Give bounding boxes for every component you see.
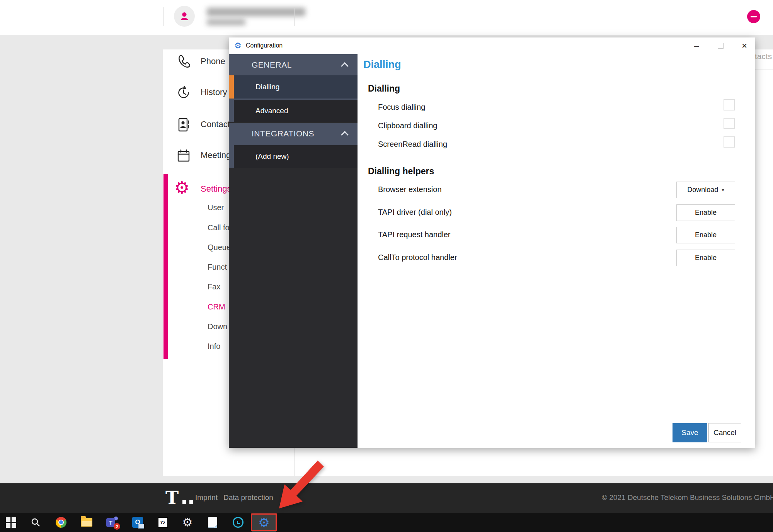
selected-indicator [229,75,234,99]
telekom-logo: T [165,488,179,507]
focus-dialling-checkbox[interactable] [724,99,735,110]
dialog-nav: GENERAL Dialling Advanced INTEGRATIONS [229,54,358,448]
minimize-button[interactable]: – [689,37,704,54]
divider [742,7,742,26]
start-button[interactable] [0,513,22,532]
taskbar-teams[interactable]: T 2 [102,513,123,532]
sidebar-item-meetings[interactable]: Meeting [201,150,231,160]
history-icon [176,85,191,100]
label-tapi-driver: TAPI driver (dial only) [378,208,452,217]
chevron-up-icon [341,131,349,139]
avatar[interactable] [174,6,195,27]
divider [294,7,295,26]
settings-subitem-call-forwarding[interactable]: Call fo [208,223,230,232]
label-clipboard-dialling: Clipboard dialling [378,121,437,130]
chevron-up-icon [341,62,349,70]
do-not-disturb-badge[interactable] [747,10,760,23]
teams-icon: T 2 [106,517,119,528]
nav-group-general: GENERAL Dialling Advanced [229,54,358,122]
teams-badge: 2 [114,523,120,530]
settings-subitem-info[interactable]: Info [208,342,220,351]
taskbar-outlook[interactable]: O [127,513,148,532]
settings-subitem-fax[interactable]: Fax [208,282,220,291]
phone-icon [176,54,191,70]
redacted-user-name [207,8,305,16]
top-bar [0,0,773,35]
label-callto-protocol-handler: CallTo protocol handler [378,253,457,262]
search-icon [30,517,41,528]
clipboard-dialling-checkbox[interactable] [724,118,735,129]
screen: tacts Phone History Contact Meeting [0,0,773,532]
save-button[interactable]: Save [673,423,707,442]
folder-icon [81,518,92,527]
taskbar-search[interactable] [25,513,46,532]
maximize-icon [718,43,724,49]
copyright-text: © 2021 Deutsche Telekom Business Solutio… [602,493,773,502]
sidebar-item-contacts[interactable]: Contact [201,119,230,129]
divider [163,7,163,26]
configuration-dialog: ⚙ Configuration – ✕ GENERAL Dialling Adv… [229,37,755,448]
close-button[interactable]: ✕ [737,37,752,54]
dialog-title: Configuration [246,42,283,49]
sidebar-item-settings[interactable]: Settings [201,184,232,194]
settings-subitem-functions[interactable]: Funct [208,263,227,272]
7zip-icon: 7z [158,517,168,528]
enable-tapi-driver-button[interactable]: Enable [676,204,735,221]
notepad-icon [208,517,217,528]
chrome-icon [56,517,66,528]
taskbar-file-explorer[interactable] [76,513,97,532]
settings-active-bar [163,174,168,359]
taskbar-settings[interactable]: ⚙ [177,513,198,532]
outlook-icon: O [132,517,143,528]
dialog-content: Dialling Dialling Focus dialling Clipboa… [358,54,755,448]
taskbar-clock-app[interactable] [227,513,249,532]
page-title: Dialling [363,59,401,71]
taskbar-chrome[interactable] [50,513,72,532]
section-heading-dialling: Dialling [368,83,400,94]
windows-logo-icon [6,517,16,528]
logo-dot [182,500,186,504]
caret-down-icon: ▾ [722,187,724,193]
taskbar-notepad[interactable] [202,513,223,532]
section-heading-dialling-helpers: Dialling helpers [368,166,434,177]
data-protection-link[interactable]: Data protection [223,493,273,502]
nav-header-general[interactable]: GENERAL [229,54,358,75]
label-browser-extension: Browser extension [378,185,442,194]
settings-gear-icon: ⚙ [174,179,189,196]
maximize-button[interactable] [713,37,728,54]
dialog-title-bar: ⚙ Configuration – ✕ [229,37,755,54]
imprint-link[interactable]: Imprint [195,493,218,502]
gear-icon: ⚙ [182,517,193,528]
enable-callto-button[interactable]: Enable [676,250,735,266]
label-screenread-dialling: ScreenRead dialling [378,140,447,149]
cancel-button[interactable]: Cancel [708,423,741,442]
settings-subitem-crm[interactable]: CRM [208,303,225,311]
logo-dot [189,500,193,504]
sidebar-item-phone[interactable]: Phone [201,56,225,66]
taskbar-7zip[interactable]: 7z [152,513,174,532]
tab-contacts-fragment[interactable]: tacts [755,52,772,61]
settings-subitem-downloads[interactable]: Down [208,322,227,331]
enable-tapi-request-button[interactable]: Enable [676,227,735,243]
nav-item-dialling[interactable]: Dialling [229,75,358,99]
download-button[interactable]: Download ▾ [676,182,735,198]
label-tapi-request-handler: TAPI request handler [378,230,451,239]
contacts-icon [176,117,191,133]
label-focus-dialling: Focus dialling [378,103,425,112]
clock-app-icon [233,517,243,528]
gear-icon: ⚙ [234,40,242,51]
footer-bar: T Imprint Data protection © 2021 Deutsch… [0,483,773,513]
person-icon [179,10,190,22]
sidebar-item-history[interactable]: History [201,87,227,97]
settings-subitem-user[interactable]: User [208,203,224,212]
redacted-user-detail [207,19,245,25]
settings-subitem-queues[interactable]: Queue [208,243,231,252]
meetings-icon [176,148,191,163]
nav-item-add-new[interactable]: (Add new) [229,145,358,168]
annotation-highlight-box [251,513,277,531]
nav-group-integrations: INTEGRATIONS (Add new) [229,123,358,168]
nav-header-integrations[interactable]: INTEGRATIONS [229,123,358,144]
taskbar: T 2 O 7z ⚙ ⚙ [0,513,773,532]
screenread-dialling-checkbox[interactable] [724,136,735,148]
nav-item-advanced[interactable]: Advanced [229,100,358,122]
